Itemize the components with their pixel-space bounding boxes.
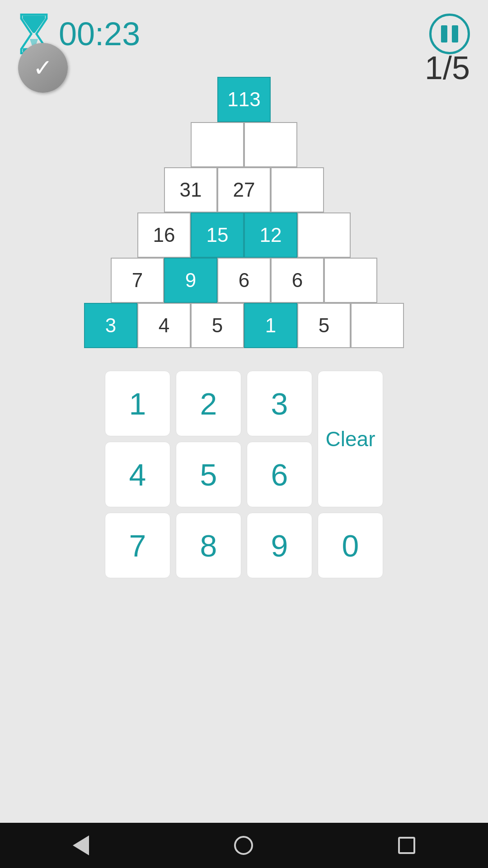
num-button-2[interactable]: 2: [176, 371, 241, 436]
pyramid-row-4: 7966: [111, 258, 377, 303]
num-button-0[interactable]: 0: [318, 513, 383, 578]
pause-button[interactable]: [429, 14, 470, 54]
pyramid-cell-3-0[interactable]: 16: [137, 212, 191, 258]
num-button-5[interactable]: 5: [176, 442, 241, 507]
pyramid-cell-1-1[interactable]: [244, 122, 297, 167]
nav-recent-button[interactable]: [398, 837, 415, 854]
pyramid-cell-5-2[interactable]: 5: [191, 303, 244, 348]
num-button-3[interactable]: 3: [247, 371, 312, 436]
pyramid-cell-5-5[interactable]: [351, 303, 404, 348]
nav-home-button[interactable]: [234, 836, 253, 855]
pyramid-cell-4-2[interactable]: 6: [217, 258, 271, 303]
pyramid-cell-5-0[interactable]: 3: [84, 303, 137, 348]
pyramid-row-2: 3127: [164, 167, 324, 212]
pyramid-cell-5-3[interactable]: 1: [244, 303, 297, 348]
pyramid-row-3: 161512: [137, 212, 351, 258]
pyramid-container: 1133127161512796634515: [0, 77, 488, 348]
clear-button[interactable]: Clear: [318, 371, 383, 507]
pause-icon: [441, 25, 458, 42]
pyramid-row-1: [191, 122, 297, 167]
pyramid-row-5: 34515: [84, 303, 404, 348]
num-button-8[interactable]: 8: [176, 513, 241, 578]
pyramid-cell-5-1[interactable]: 4: [137, 303, 191, 348]
num-button-6[interactable]: 6: [247, 442, 312, 507]
pyramid-cell-3-2[interactable]: 12: [244, 212, 297, 258]
num-button-4[interactable]: 4: [105, 442, 170, 507]
check-icon: ✓: [33, 56, 53, 80]
pyramid-cell-5-4[interactable]: 5: [297, 303, 351, 348]
pyramid-cell-2-2[interactable]: [271, 167, 324, 212]
back-icon: [73, 835, 89, 855]
recent-icon: [398, 837, 415, 854]
num-button-9[interactable]: 9: [247, 513, 312, 578]
pyramid-cell-2-0[interactable]: 31: [164, 167, 217, 212]
home-icon: [234, 836, 253, 855]
pyramid-cell-4-0[interactable]: 7: [111, 258, 164, 303]
num-button-1[interactable]: 1: [105, 371, 170, 436]
progress-indicator: 1/5: [425, 49, 470, 86]
pyramid-cell-3-1[interactable]: 15: [191, 212, 244, 258]
pyramid-cell-4-3[interactable]: 6: [271, 258, 324, 303]
numpad-container: 123Clear4567890: [0, 371, 488, 578]
navigation-bar: [0, 823, 488, 868]
header: 00:23: [0, 0, 488, 63]
pyramid-row-0: 113: [217, 77, 271, 122]
pyramid-cell-2-1[interactable]: 27: [217, 167, 271, 212]
num-button-7[interactable]: 7: [105, 513, 170, 578]
pyramid-cell-1-0[interactable]: [191, 122, 244, 167]
pyramid-cell-4-1[interactable]: 9: [164, 258, 217, 303]
pyramid-cell-4-4[interactable]: [324, 258, 377, 303]
timer-display: 00:23: [59, 15, 140, 52]
nav-back-button[interactable]: [73, 835, 89, 855]
pyramid-cell-3-3[interactable]: [297, 212, 351, 258]
pyramid-cell-0-0[interactable]: 113: [217, 77, 271, 122]
numpad-grid: 123Clear4567890: [105, 371, 383, 578]
check-button[interactable]: ✓: [18, 43, 68, 93]
